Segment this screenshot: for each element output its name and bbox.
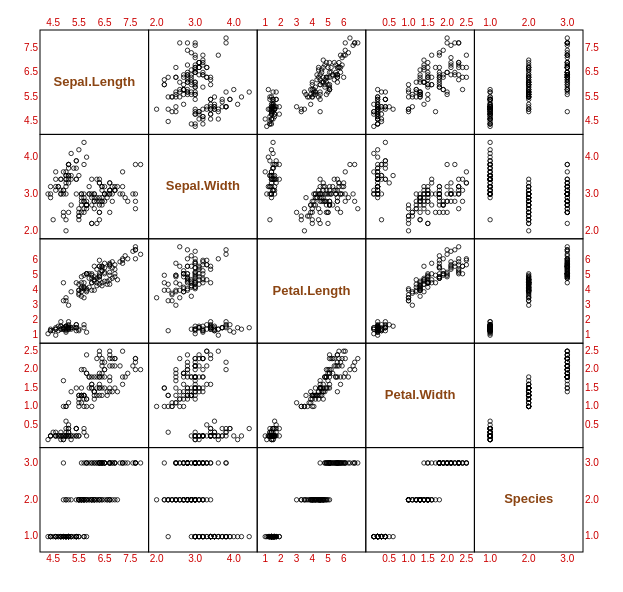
pairs-plot (0, 0, 623, 592)
scatter-matrix-canvas (0, 0, 623, 592)
